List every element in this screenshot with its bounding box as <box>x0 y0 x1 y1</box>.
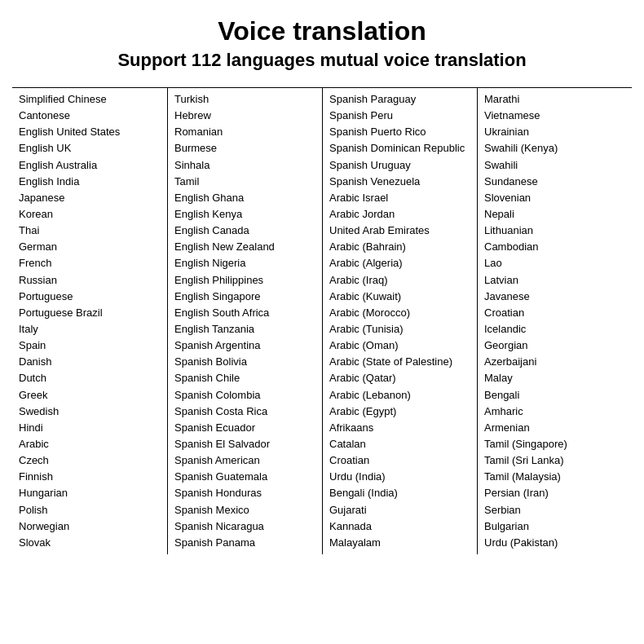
language-item: Spanish Bolivia <box>174 354 315 370</box>
language-item: Burmese <box>174 140 315 157</box>
language-item: Catalan <box>329 436 470 452</box>
language-item: English UK <box>19 140 161 157</box>
language-item: Marathi <box>484 91 625 108</box>
language-item: English Kenya <box>174 206 315 223</box>
language-item: Spanish Dominican Republic <box>329 140 470 157</box>
language-item: Georgian <box>484 337 625 354</box>
language-item: Croatian <box>329 452 470 469</box>
language-grid: Simplified ChineseCantoneseEnglish Unite… <box>12 87 632 554</box>
language-item: Portuguese <box>19 289 161 305</box>
language-item: Sundanese <box>484 174 625 190</box>
language-item: Sinhala <box>174 157 315 174</box>
language-item: Latvian <box>484 272 625 289</box>
language-item: Arabic (Egypt) <box>329 404 470 420</box>
language-item: Hindi <box>19 420 161 436</box>
language-column-3: Spanish ParaguaySpanish PeruSpanish Puer… <box>322 88 477 554</box>
language-item: English South Africa <box>174 305 315 321</box>
language-item: Spanish Honduras <box>174 485 315 501</box>
language-item: Dutch <box>19 370 161 386</box>
language-item: Spanish Guatemala <box>174 469 315 485</box>
language-item: Kannada <box>329 518 470 535</box>
language-item: Armenian <box>484 420 625 436</box>
language-item: Afrikaans <box>329 420 470 436</box>
language-item: Gujarati <box>329 502 470 518</box>
language-item: Finnish <box>19 469 161 485</box>
language-item: Spanish El Salvador <box>174 436 315 452</box>
language-item: Korean <box>19 206 161 223</box>
page-header: Voice translation Support 112 languages … <box>12 16 632 71</box>
language-item: Slovenian <box>484 190 625 206</box>
language-item: Spanish Paraguay <box>329 91 470 108</box>
language-item: Spain <box>19 337 161 354</box>
language-item: Javanese <box>484 289 625 305</box>
language-item: Hungarian <box>19 485 161 501</box>
language-item: Icelandic <box>484 321 625 337</box>
language-item: German <box>19 239 161 255</box>
language-item: English Ghana <box>174 190 315 206</box>
language-item: Spanish Peru <box>329 108 470 124</box>
page-title: Voice translation <box>12 16 632 46</box>
language-item: Spanish Nicaragua <box>174 518 315 535</box>
language-item: Arabic <box>19 436 161 452</box>
language-item: Japanese <box>19 190 161 206</box>
language-item: Arabic (State of Palestine) <box>329 354 470 370</box>
language-item: English Philippines <box>174 272 315 289</box>
language-item: Cambodian <box>484 239 625 255</box>
language-item: Swahili (Kenya) <box>484 140 625 157</box>
language-item: Norwegian <box>19 518 161 535</box>
language-item: Swahili <box>484 157 625 174</box>
language-item: Cantonese <box>19 108 161 124</box>
language-item: Greek <box>19 387 161 404</box>
language-item: Persian (Iran) <box>484 485 625 501</box>
language-item: Arabic (Algeria) <box>329 255 470 271</box>
language-item: Lao <box>484 255 625 271</box>
language-item: Tamil (Malaysia) <box>484 469 625 485</box>
language-item: Spanish Ecuador <box>174 420 315 436</box>
language-item: Bengali <box>484 387 625 404</box>
language-item: Vietnamese <box>484 108 625 124</box>
language-item: Tamil (Singapore) <box>484 436 625 452</box>
language-item: Bengali (India) <box>329 485 470 501</box>
language-item: Spanish Uruguay <box>329 157 470 174</box>
language-item: Arabic (Lebanon) <box>329 387 470 404</box>
language-item: Spanish Mexico <box>174 502 315 518</box>
language-item: Turkish <box>174 91 315 108</box>
language-item: Russian <box>19 272 161 289</box>
language-item: Thai <box>19 223 161 239</box>
language-item: English Australia <box>19 157 161 174</box>
language-item: Arabic (Oman) <box>329 337 470 354</box>
language-item: English Nigeria <box>174 255 315 271</box>
language-item: Croatian <box>484 305 625 321</box>
language-item: Simplified Chinese <box>19 91 161 108</box>
language-column-2: TurkishHebrewRomanianBurmeseSinhalaTamil… <box>167 88 322 554</box>
language-item: Spanish Puerto Rico <box>329 124 470 140</box>
language-item: Hebrew <box>174 108 315 124</box>
language-item: Spanish Venezuela <box>329 174 470 190</box>
language-column-1: Simplified ChineseCantoneseEnglish Unite… <box>12 88 167 554</box>
language-item: Malayalam <box>329 535 470 551</box>
language-item: Portuguese Brazil <box>19 305 161 321</box>
language-item: English Tanzania <box>174 321 315 337</box>
language-item: Czech <box>19 452 161 469</box>
language-item: English India <box>19 174 161 190</box>
language-item: Azerbaijani <box>484 354 625 370</box>
language-item: Spanish Argentina <box>174 337 315 354</box>
language-item: Arabic (Bahrain) <box>329 239 470 255</box>
language-item: Urdu (Pakistan) <box>484 535 625 551</box>
page-subtitle: Support 112 languages mutual voice trans… <box>12 50 632 71</box>
language-item: Spanish Panama <box>174 535 315 551</box>
language-column-4: MarathiVietnameseUkrainianSwahili (Kenya… <box>477 88 632 554</box>
language-item: Nepali <box>484 206 625 223</box>
language-item: Bulgarian <box>484 518 625 535</box>
language-item: Spanish Colombia <box>174 387 315 404</box>
language-item: Malay <box>484 370 625 386</box>
language-item: Polish <box>19 502 161 518</box>
language-item: United Arab Emirates <box>329 223 470 239</box>
language-item: Arabic Jordan <box>329 206 470 223</box>
language-item: Arabic (Morocco) <box>329 305 470 321</box>
language-item: Spanish Costa Rica <box>174 404 315 420</box>
language-item: Arabic (Qatar) <box>329 370 470 386</box>
language-item: Spanish Chile <box>174 370 315 386</box>
language-item: Tamil <box>174 174 315 190</box>
language-item: Romanian <box>174 124 315 140</box>
